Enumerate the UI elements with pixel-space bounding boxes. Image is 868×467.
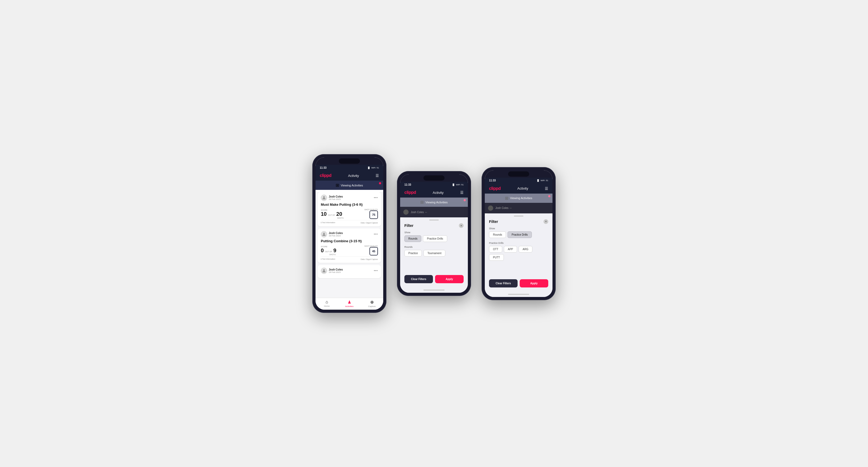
card-title-2: Putting Combine (3-15 ft): [321, 239, 378, 243]
nav-activities-label-1: Activities: [345, 305, 353, 308]
phone-1: 11:33 ▐▌ WiFi 51 clippd Activity ☰ ⊞ Vie…: [312, 154, 386, 313]
filter-sheet-2: Filter ✕ Show Rounds Practice Drills Rou…: [400, 217, 468, 287]
activity-card-2[interactable]: Josh Coles 28 Feb 2023 ••• Putting Combi…: [318, 228, 381, 263]
card-header-2: Josh Coles 28 Feb 2023 •••: [321, 231, 378, 238]
filter-header-2: Filter ✕: [404, 223, 464, 228]
shots-label-1: Shots: [337, 217, 344, 219]
banner-text-1: Viewing Activities: [341, 184, 363, 187]
dots-menu-3[interactable]: •••: [374, 269, 378, 273]
logo-3: clippd: [489, 186, 501, 191]
footer-info-2: ℹ Test Information: [321, 258, 335, 260]
app-btn-3[interactable]: APP: [504, 246, 517, 253]
dimmed-content-2: Josh Coles •••: [400, 207, 468, 217]
viewing-dot-3: [548, 195, 550, 197]
svg-point-0: [323, 196, 325, 198]
card-header-3: Josh Coles 28 Feb 2023 •••: [321, 268, 378, 274]
status-bar-2: 11:33 ▐▌ WiFi 51: [400, 182, 468, 187]
notch-pill-3: [508, 172, 529, 177]
avatar-1: [321, 195, 327, 201]
status-time-2: 11:33: [404, 183, 411, 186]
filter-sheet-3: Filter ✕ Show Rounds Practice Drills Pra…: [485, 213, 553, 292]
signal-icon-2: ▐▌: [452, 184, 455, 186]
battery-icon-3: 51: [546, 179, 548, 182]
viewing-banner-2: ⊞ Viewing Activities: [400, 197, 468, 207]
avatar-3: [321, 268, 327, 274]
sq-label-2: Shot Quality: [365, 245, 378, 247]
user-details-1: Josh Coles 28 Feb 2023: [329, 195, 343, 200]
rounds-label-2: Rounds: [404, 246, 464, 248]
filter-actions-3: Clear Filters Apply: [489, 279, 548, 287]
tournament-btn-2[interactable]: Tournament: [424, 250, 445, 256]
rounds-buttons-2: Practice Tournament: [404, 250, 464, 256]
clear-filters-btn-3[interactable]: Clear Filters: [489, 279, 518, 287]
show-buttons-2: Rounds Practice Drills: [404, 235, 464, 242]
rounds-btn-2[interactable]: Rounds: [404, 235, 421, 242]
viewing-banner-3: ⊞ Viewing Activities: [485, 193, 553, 203]
filter-close-3[interactable]: ✕: [544, 219, 548, 224]
dots-menu-1[interactable]: •••: [374, 196, 378, 200]
user-info-2: Josh Coles 28 Feb 2023: [321, 231, 343, 238]
filter-title-2: Filter: [404, 223, 413, 228]
dots-menu-2[interactable]: •••: [374, 232, 378, 236]
practice-drills-btn-3[interactable]: Practice Drills: [507, 231, 532, 238]
rounds-btn-3[interactable]: Rounds: [489, 231, 506, 238]
apply-btn-2[interactable]: Apply: [435, 275, 464, 283]
viewing-dot-1: [379, 182, 381, 184]
hamburger-icon-2[interactable]: ☰: [460, 190, 464, 195]
status-icons-1: ▐▌ WiFi 51: [367, 166, 379, 169]
show-buttons-3: Rounds Practice Drills: [489, 231, 548, 238]
capture-icon-1: ⊕: [370, 300, 374, 305]
dimmed-content-3: Josh Coles •••: [485, 203, 553, 213]
filter-title-3: Filter: [489, 219, 498, 224]
practice-drills-btn-2[interactable]: Practice Drills: [423, 235, 447, 242]
nav-activities-1[interactable]: ♟ Activities: [338, 300, 361, 308]
banner-text-2: Viewing Activities: [425, 201, 447, 204]
svg-point-2: [323, 269, 325, 271]
header-title-2: Activity: [433, 191, 443, 195]
score-value-2: 0: [321, 248, 324, 254]
notch-pill-1: [339, 158, 360, 164]
shots-label-2: Shots: [329, 254, 336, 255]
hamburger-icon-1[interactable]: ☰: [376, 174, 379, 178]
dimmed-user-2: Josh Coles: [411, 211, 424, 214]
putt-btn-3[interactable]: PUTT: [489, 254, 504, 261]
footer-data-1: Data: Clippd Capture: [361, 222, 378, 224]
logo-2: clippd: [404, 190, 416, 195]
arg-btn-3[interactable]: ARG: [519, 246, 532, 253]
practice-round-btn-2[interactable]: Practice: [404, 250, 422, 256]
nav-capture-label-1: Capture: [368, 305, 376, 308]
user-date-3: 28 Feb 2023: [329, 271, 343, 274]
viewing-dot-2: [464, 199, 466, 201]
filter-close-2[interactable]: ✕: [459, 223, 464, 228]
wifi-icon-1: WiFi: [371, 166, 376, 169]
nav-capture-1[interactable]: ⊕ Capture: [361, 300, 383, 308]
score-label-1: Score: [321, 209, 344, 211]
activity-card-1[interactable]: Josh Coles 28 Feb 2023 ••• Must Make Put…: [318, 192, 381, 226]
banner-text-3: Viewing Activities: [510, 196, 532, 200]
filter-actions-2: Clear Filters Apply: [404, 275, 464, 283]
svg-point-1: [323, 233, 325, 234]
activity-card-3[interactable]: Josh Coles 28 Feb 2023 •••: [318, 265, 381, 278]
status-icons-2: ▐▌ WiFi 51: [452, 184, 464, 186]
clear-filters-btn-2[interactable]: Clear Filters: [404, 275, 433, 283]
phone-2-inner: 11:33 ▐▌ WiFi 51 clippd Activity ☰ ⊞ Vie…: [400, 174, 468, 293]
footer-data-2: Data: Clippd Capture: [361, 258, 378, 260]
filter-handle-2: [429, 219, 439, 221]
home-indicator-2: [400, 287, 468, 293]
nav-home-1[interactable]: ⌂ Home: [315, 300, 338, 308]
signal-icon-1: ▐▌: [367, 166, 370, 169]
logo-1: clippd: [320, 173, 331, 178]
ott-btn-3[interactable]: OTT: [489, 246, 502, 253]
viewing-banner-1[interactable]: ⊞ Viewing Activities: [315, 181, 383, 190]
card-footer-2: ℹ Test Information Data: Clippd Capture: [321, 256, 378, 260]
status-bar-3: 11:33 ▐▌ WiFi 51: [485, 178, 553, 184]
card-header-1: Josh Coles 28 Feb 2023 •••: [321, 195, 378, 201]
apply-btn-3[interactable]: Apply: [520, 279, 548, 287]
home-indicator-3: [485, 292, 553, 297]
user-info-3: Josh Coles 28 Feb 2023: [321, 268, 343, 274]
phone-3-inner: 11:33 ▐▌ WiFi 51 clippd Activity ☰ ⊞ Vie…: [485, 170, 553, 297]
status-icons-3: ▐▌ WiFi 51: [537, 179, 548, 182]
hamburger-icon-3[interactable]: ☰: [545, 186, 548, 191]
nav-home-label-1: Home: [324, 305, 330, 307]
score-label-2: Score: [321, 246, 336, 248]
